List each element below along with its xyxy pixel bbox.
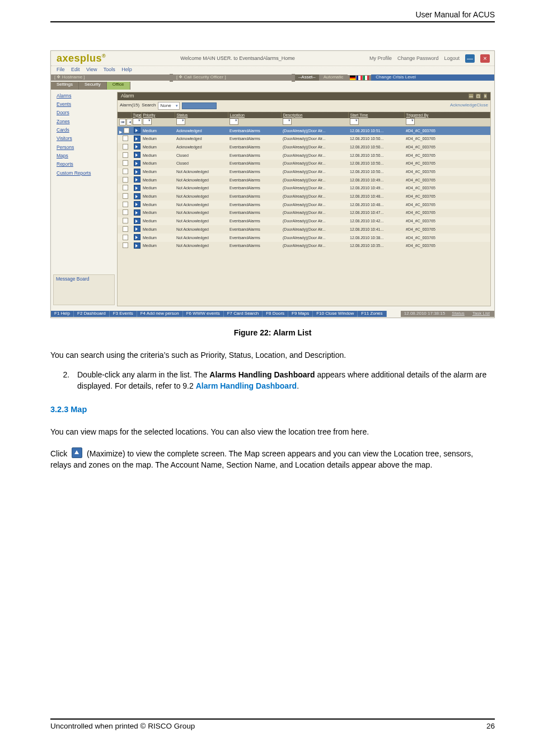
alarm-type-icon[interactable]: [134, 143, 140, 150]
pane-close-icon[interactable]: ×: [484, 94, 487, 99]
row-checkbox[interactable]: [123, 152, 128, 158]
flag-it-icon[interactable]: [363, 76, 369, 80]
menu-help[interactable]: Help: [121, 67, 132, 72]
pane-max-icon[interactable]: ▢: [476, 94, 481, 99]
f4-add-person[interactable]: F4 Add new person: [137, 311, 183, 317]
nav-icons[interactable]: ⏮◀▶⏭: [119, 119, 131, 125]
search-button[interactable]: [182, 102, 217, 109]
row-checkbox[interactable]: [123, 218, 128, 223]
sidebar-item-custom-reports[interactable]: Custom Reports: [51, 169, 117, 178]
sidebar-item-reports[interactable]: Reports: [51, 160, 117, 169]
close-window-icon[interactable]: ×: [480, 54, 490, 63]
language-flags[interactable]: [348, 75, 371, 81]
search-dropdown[interactable]: None: [158, 102, 179, 110]
crisis-level-link[interactable]: Change Crisis Level: [371, 74, 494, 81]
path-settings[interactable]: Settings: [51, 82, 79, 90]
row-checkbox[interactable]: [123, 185, 128, 190]
alarm-type-icon[interactable]: [134, 127, 140, 133]
flag-fr-icon[interactable]: [357, 76, 362, 80]
table-row[interactable]: MediumNot AcknowledgedEventsandAlarms(Do…: [118, 234, 490, 242]
table-row[interactable]: MediumNot AcknowledgedEventsandAlarms(Do…: [118, 225, 490, 234]
table-row[interactable]: MediumAcknowledgedEventsandAlarms(DoorAl…: [118, 143, 490, 151]
alarm-type-icon[interactable]: [134, 169, 140, 175]
table-row[interactable]: MediumAcknowledgedEventsandAlarms(DoorAl…: [118, 135, 490, 143]
alarm-type-icon[interactable]: [134, 185, 140, 191]
pane-min-icon[interactable]: —: [469, 94, 474, 99]
call-officer-pill[interactable]: [ ❖ Call Security Officer ]: [173, 74, 292, 81]
path-office[interactable]: Office: [107, 82, 130, 90]
col-blank[interactable]: [118, 112, 131, 119]
row-checkbox[interactable]: [123, 226, 128, 232]
f1-help[interactable]: F1 Help: [51, 311, 74, 317]
table-row[interactable]: MediumNot AcknowledgedEventsandAlarms(Do…: [118, 200, 490, 209]
table-row[interactable]: MediumNot AcknowledgedEventsandAlarms(Do…: [118, 217, 490, 226]
sidebar-item-doors[interactable]: Doors: [51, 109, 117, 117]
alarm-type-icon[interactable]: [134, 152, 140, 158]
alarm-type-icon[interactable]: [134, 193, 140, 199]
table-row[interactable]: MediumClosedEventsandAlarms(DoorAlready)…: [118, 151, 490, 160]
table-row[interactable]: MediumNot AcknowledgedEventsandAlarms(Do…: [118, 242, 490, 250]
row-checkbox[interactable]: [123, 209, 128, 215]
minimize-icon[interactable]: —: [465, 54, 475, 63]
alarm-type-icon[interactable]: [134, 136, 140, 142]
filter-status[interactable]: [176, 118, 185, 125]
alarm-type-icon[interactable]: [134, 209, 140, 216]
sidebar-item-persons[interactable]: Persons: [51, 143, 117, 152]
status-link[interactable]: Status: [448, 311, 468, 317]
col-location[interactable]: Location: [228, 112, 281, 119]
col-priority[interactable]: Priority: [141, 112, 175, 119]
alarm-type-icon[interactable]: [134, 234, 140, 240]
maximize-icon[interactable]: [72, 447, 82, 458]
change-password-link[interactable]: Change Password: [397, 56, 439, 62]
row-checkbox[interactable]: [123, 169, 128, 174]
f8-doors[interactable]: F8 Doors: [263, 311, 288, 317]
f9-maps[interactable]: F9 Maps: [288, 311, 313, 317]
col-status[interactable]: Status: [175, 112, 228, 119]
f3-events[interactable]: F3 Events: [110, 311, 137, 317]
row-checkbox[interactable]: [123, 193, 128, 199]
table-row-selected[interactable]: ▶ Medium Acknowledged EventsandAlarms (D…: [118, 127, 490, 135]
row-checkbox[interactable]: [123, 202, 128, 207]
sidebar-item-events[interactable]: Events: [51, 100, 117, 109]
table-row[interactable]: MediumClosedEventsandAlarms(DoorAlready)…: [118, 160, 490, 168]
alarm-type-icon[interactable]: [134, 176, 140, 183]
row-checkbox[interactable]: [123, 136, 128, 141]
col-triggered[interactable]: Triggered By: [404, 112, 490, 119]
table-row[interactable]: MediumNot AcknowledgedEventsandAlarms(Do…: [118, 176, 490, 184]
my-profile-link[interactable]: My Profile: [369, 56, 392, 62]
table-row[interactable]: MediumNot AcknowledgedEventsandAlarms(Do…: [118, 209, 490, 217]
col-description[interactable]: Description: [281, 112, 348, 119]
menu-tools[interactable]: Tools: [104, 67, 115, 72]
filter-priority[interactable]: [143, 118, 152, 125]
sidebar-item-alarms[interactable]: Alarms: [51, 92, 117, 100]
f6-www-events[interactable]: F6 WWW events: [183, 311, 224, 317]
row-checkbox[interactable]: [123, 235, 128, 240]
row-checkbox[interactable]: [123, 144, 128, 150]
acknowledge-cmd[interactable]: AcknowledgeClose: [450, 103, 488, 108]
col-type[interactable]: Type: [131, 112, 141, 119]
alarm-type-icon[interactable]: [134, 160, 140, 166]
f10-close-window[interactable]: F10 Close Window: [313, 311, 358, 317]
menu-file[interactable]: File: [57, 67, 65, 72]
logout-link[interactable]: Logout: [444, 56, 460, 62]
sidebar-item-cards[interactable]: Cards: [51, 126, 117, 134]
path-security[interactable]: Security: [79, 82, 107, 90]
table-row[interactable]: MediumNot AcknowledgedEventsandAlarms(Do…: [118, 184, 490, 193]
filter-start[interactable]: [350, 118, 359, 125]
filter-description[interactable]: [283, 118, 292, 125]
alarm-type-icon[interactable]: [134, 201, 140, 207]
alarm-type-icon[interactable]: [134, 218, 140, 224]
sidebar-item-visitors[interactable]: Visitors: [51, 134, 117, 143]
table-row[interactable]: MediumNot AcknowledgedEventsandAlarms(Do…: [118, 193, 490, 201]
table-row[interactable]: MediumNot AcknowledgedEventsandAlarms(Do…: [118, 168, 490, 176]
menu-view[interactable]: View: [86, 67, 97, 72]
flag-de-icon[interactable]: [350, 76, 355, 80]
sidebar-item-maps[interactable]: Maps: [51, 152, 117, 160]
alarm-type-icon[interactable]: [134, 242, 140, 249]
row-checkbox[interactable]: [123, 160, 128, 166]
alarm-handling-dashboard-link[interactable]: Alarm Handling Dashboard: [196, 381, 297, 390]
menu-edit[interactable]: Edit: [71, 67, 80, 72]
filter-triggered[interactable]: [406, 118, 415, 125]
f11-zones[interactable]: F11 Zones: [358, 311, 386, 317]
filter-location[interactable]: [229, 118, 238, 125]
